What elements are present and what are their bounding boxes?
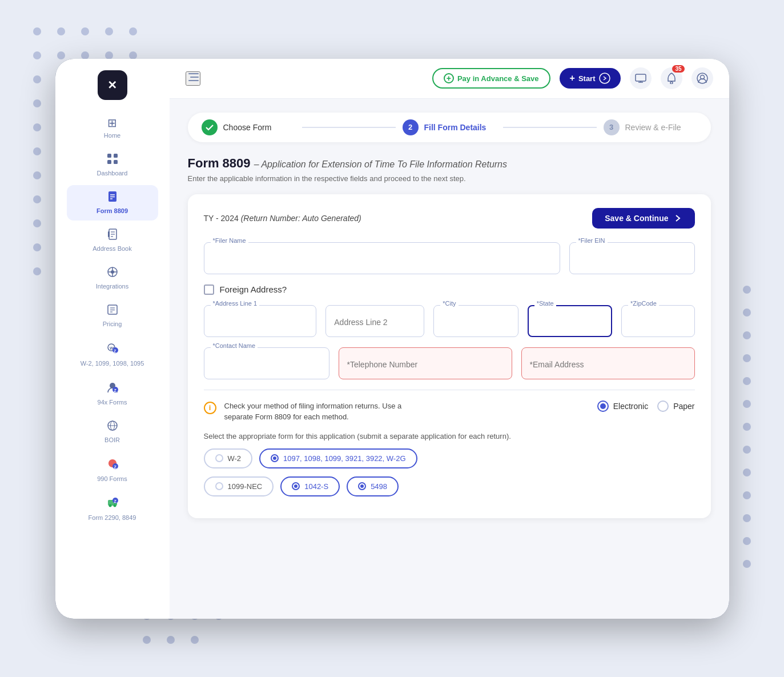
sidebar-label-home: Home <box>104 132 120 139</box>
sidebar-item-990forms[interactable]: Z 990 Forms <box>67 452 158 488</box>
start-label: Start <box>578 74 596 83</box>
electronic-radio-button[interactable] <box>597 400 609 412</box>
start-button[interactable]: + Start <box>560 68 621 89</box>
step-2-circle: 2 <box>403 119 419 135</box>
filer-name-group: *Filer Name <box>204 242 560 274</box>
filer-name-input[interactable] <box>204 242 560 274</box>
sidebar-item-integrations[interactable]: Integrations <box>67 261 158 296</box>
foreign-address-checkbox[interactable] <box>204 285 214 295</box>
form-card-header: TY - 2024 (Return Number: Auto Generated… <box>204 208 695 229</box>
svg-rect-44 <box>636 74 646 81</box>
save-continue-button[interactable]: Save & Continue <box>592 208 694 229</box>
sidebar-item-form2290[interactable]: Z Form 2290, 8849 <box>67 491 158 527</box>
pay-advance-label: Pay in Advance & Save <box>457 74 539 83</box>
svg-point-36 <box>108 504 111 507</box>
state-group: *State <box>528 305 612 337</box>
user-profile-button[interactable] <box>691 67 713 89</box>
svg-text:Z: Z <box>114 348 116 352</box>
sidebar-item-boir[interactable]: BOIR <box>67 414 158 450</box>
electronic-radio[interactable]: Electronic <box>597 400 648 412</box>
form-type-1099nec[interactable]: 1099-NEC <box>204 476 274 496</box>
user-profile-icon <box>697 73 708 84</box>
svg-rect-12 <box>108 231 110 237</box>
94x-icon: Z <box>106 381 119 396</box>
form-types-row-2: 1099-NEC 1042-S 5498 <box>204 476 695 496</box>
sidebar-label-w2-1099: W-2, 1099, 1098, 1095 <box>81 360 144 367</box>
sidebar-label-dashboard: Dashboard <box>97 170 128 177</box>
svg-point-37 <box>113 504 116 507</box>
sidebar-item-94x[interactable]: Z 94x Forms <box>67 375 158 412</box>
paper-radio-button[interactable] <box>657 400 669 412</box>
filer-name-ein-row: *Filer Name *Filer EIN <box>204 242 695 274</box>
sidebar-item-home[interactable]: ⊞ Home <box>67 110 158 145</box>
telephone-input[interactable] <box>339 347 512 379</box>
step-1-label: Choose Form <box>223 123 272 132</box>
contact-row: *Contact Name <box>204 347 695 379</box>
5498-radio-dot <box>358 482 366 490</box>
contact-name-group: *Contact Name <box>204 347 329 379</box>
step-1-circle <box>202 119 218 135</box>
address-line2-input[interactable] <box>325 305 424 337</box>
email-input[interactable] <box>521 347 695 379</box>
notification-button[interactable]: 35 <box>661 67 682 89</box>
sidebar-item-pricing[interactable]: Pricing <box>67 298 158 334</box>
form-type-1042s[interactable]: 1042-S <box>280 476 340 496</box>
zipcode-input[interactable] <box>621 305 695 337</box>
form-type-1097etc[interactable]: 1097, 1098, 1099, 3921, 3922, W-2G <box>259 448 417 468</box>
foreign-address-row: Foreign Address? <box>204 285 695 295</box>
step-1: Choose Form <box>202 119 295 135</box>
form-types-row-1: W-2 1097, 1098, 1099, 3921, 3922, W-2G <box>204 448 695 468</box>
bell-icon <box>666 73 677 84</box>
address-line1-input[interactable] <box>204 305 317 337</box>
address-line1-label: *Address Line 1 <box>211 300 260 307</box>
pay-advance-button[interactable]: + Pay in Advance & Save <box>432 68 550 89</box>
step-3-circle: 3 <box>604 119 620 135</box>
contact-name-input[interactable] <box>204 347 329 379</box>
screen-share-icon <box>635 74 646 83</box>
svg-point-14 <box>111 270 114 274</box>
svg-text:Z: Z <box>114 499 116 503</box>
screen-share-button[interactable] <box>630 67 652 89</box>
sidebar-label-boir: BOIR <box>104 436 120 444</box>
sidebar-label-integrations: Integrations <box>96 283 128 290</box>
form-type-w2[interactable]: W-2 <box>204 448 253 468</box>
filing-info-text: Check your method of filing information … <box>224 400 403 423</box>
address-line2-group <box>325 305 424 337</box>
filing-method-radio-group: Electronic Paper <box>597 400 695 412</box>
svg-text:Z: Z <box>114 388 116 392</box>
boir-icon <box>107 420 118 434</box>
sidebar-item-dashboard[interactable]: Dashboard <box>67 147 158 183</box>
5498-label: 5498 <box>371 482 387 491</box>
city-input[interactable] <box>433 305 518 337</box>
1099nec-label: 1099-NEC <box>228 482 263 491</box>
1042s-label: 1042-S <box>304 482 328 491</box>
tax-year-label: TY - 2024 (Return Number: Auto Generated… <box>204 214 361 223</box>
sidebar-item-form8809[interactable]: Form 8809 <box>67 185 158 221</box>
address-line1-group: *Address Line 1 <box>204 305 317 337</box>
w2-1099-icon: W Z <box>106 342 119 358</box>
1097etc-radio-dot <box>271 454 279 462</box>
addressbook-icon <box>107 229 118 243</box>
start-chevron-icon <box>599 73 610 84</box>
form-type-5498[interactable]: 5498 <box>347 476 399 496</box>
app-logo[interactable]: ✕ <box>98 70 127 100</box>
w2-label: W-2 <box>228 454 242 463</box>
paper-radio[interactable]: Paper <box>657 400 694 412</box>
email-group <box>521 347 695 379</box>
sidebar-item-addressbook[interactable]: Address Book <box>67 223 158 258</box>
home-icon: ⊞ <box>107 116 117 130</box>
state-input[interactable] <box>528 305 612 337</box>
start-plus-icon: + <box>570 73 575 83</box>
sidebar-item-w2-1099[interactable]: W Z W-2, 1099, 1098, 1095 <box>67 337 158 373</box>
state-label: *State <box>534 300 556 307</box>
filer-ein-input[interactable] <box>569 242 695 274</box>
svg-rect-2 <box>107 160 111 164</box>
1099nec-radio-dot <box>215 482 223 490</box>
menu-toggle-button[interactable] <box>186 71 200 86</box>
filer-name-label: *Filer Name <box>211 237 248 244</box>
save-continue-arrow-icon <box>673 214 682 223</box>
telephone-group <box>339 347 512 379</box>
step-2: 2 Fill Form Details <box>403 119 496 135</box>
sidebar-label-pricing: Pricing <box>103 321 122 328</box>
zipcode-label: *ZipCode <box>628 300 659 307</box>
